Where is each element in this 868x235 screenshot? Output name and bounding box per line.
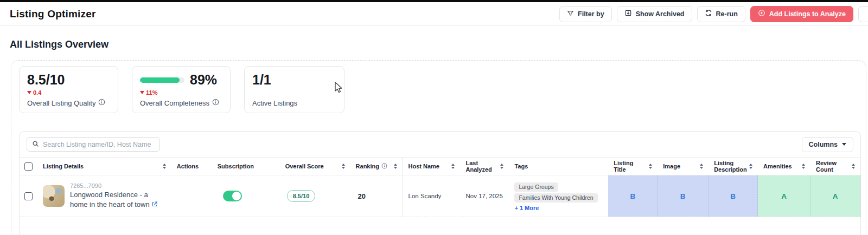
completeness-progress-track bbox=[140, 77, 184, 83]
subscription-toggle[interactable] bbox=[223, 191, 242, 201]
page-title: Listing Optimizer bbox=[10, 8, 96, 20]
tag-pill: Large Groups bbox=[514, 182, 558, 192]
sort-icon[interactable] bbox=[451, 164, 455, 169]
active-listings-value: 1/1 bbox=[252, 73, 336, 88]
subscription-cell bbox=[212, 175, 280, 217]
listing-details-cell: 7265...7090 Longwood Residence - a home … bbox=[37, 175, 171, 217]
score-badge: 8.5/10 bbox=[287, 190, 316, 202]
down-arrow-icon bbox=[140, 91, 144, 94]
col-listing-title: Listing Title bbox=[608, 158, 658, 175]
overall-score-cell: 8.5/10 bbox=[280, 175, 350, 217]
grade-listing-description: B bbox=[709, 175, 758, 217]
search-icon bbox=[32, 140, 39, 149]
col-review-count: Review Count bbox=[810, 158, 860, 175]
tag-pill: Families With Young Children bbox=[514, 193, 597, 203]
listing-id: 7265...7090 bbox=[70, 182, 166, 189]
active-listings-label: Active Listings bbox=[252, 99, 336, 107]
completeness-value: 89% bbox=[190, 73, 217, 88]
down-arrow-icon bbox=[27, 91, 31, 94]
listings-table-card: Columns Listing Details Actions Subscrip… bbox=[19, 131, 861, 235]
col-amenities: Amenities bbox=[758, 158, 810, 175]
funnel-icon bbox=[567, 10, 574, 18]
col-tags: Tags bbox=[509, 158, 608, 175]
col-subscription: Subscription bbox=[212, 158, 280, 175]
quality-label: Overall Listing Quality bbox=[27, 99, 110, 107]
sort-icon[interactable] bbox=[749, 164, 752, 169]
completeness-row: 89% bbox=[140, 73, 222, 88]
plus-circle-icon bbox=[758, 9, 765, 18]
tags-cell: Large Groups Families With Young Childre… bbox=[509, 175, 608, 217]
quality-value: 8.5/10 bbox=[27, 73, 110, 88]
actions-cell bbox=[171, 175, 212, 217]
select-all-checkbox[interactable] bbox=[24, 162, 33, 171]
ranking-cell: 20 bbox=[350, 175, 403, 217]
sort-icon[interactable] bbox=[649, 164, 652, 169]
host-name-cell: Lon Scandy bbox=[403, 175, 461, 217]
last-analyzed-cell: Nov 17, 2025 bbox=[460, 175, 509, 217]
info-icon[interactable] bbox=[98, 99, 105, 107]
add-listings-button[interactable]: Add Listings to Analyze bbox=[750, 6, 853, 22]
grade-image: B bbox=[658, 175, 709, 217]
sort-icon[interactable] bbox=[500, 164, 503, 169]
sort-icon[interactable] bbox=[342, 164, 345, 169]
more-tags-link[interactable]: + 1 More bbox=[514, 205, 539, 211]
col-overall-score: Overall Score bbox=[280, 158, 350, 175]
refresh-icon bbox=[705, 9, 712, 18]
info-icon[interactable] bbox=[381, 163, 387, 170]
listing-thumbnail[interactable] bbox=[43, 185, 65, 207]
row-select-cell bbox=[20, 175, 37, 217]
quality-delta: 0.4 bbox=[27, 89, 110, 96]
sort-icon[interactable] bbox=[394, 164, 397, 169]
listing-title-link[interactable]: Longwood Residence - a home in the heart… bbox=[70, 190, 166, 210]
header-actions: Filter by Show Archived Re-run Add Listi… bbox=[559, 6, 868, 22]
chevron-down-icon bbox=[842, 143, 846, 146]
row-checkbox[interactable] bbox=[24, 192, 33, 200]
stat-cards: 8.5/10 0.4 Overall Listing Quality 89% 1… bbox=[19, 66, 344, 113]
select-all-cell bbox=[20, 158, 37, 175]
col-listing-description: Listing Description bbox=[709, 158, 758, 175]
section-heading: All Listings Overview bbox=[10, 39, 108, 50]
columns-button[interactable]: Columns bbox=[802, 137, 853, 152]
stat-card-active-listings: 1/1 Active Listings bbox=[244, 66, 344, 113]
completeness-progress-fill bbox=[140, 77, 180, 83]
search-box[interactable] bbox=[27, 137, 160, 152]
col-last-analyzed: Last Analyzed bbox=[460, 158, 509, 175]
completeness-label: Overall Completeness bbox=[140, 99, 222, 107]
grade-review-count: A bbox=[810, 175, 860, 217]
table-row: 7265...7090 Longwood Residence - a home … bbox=[20, 175, 860, 217]
rerun-button[interactable]: Re-run bbox=[697, 6, 745, 22]
mouse-cursor bbox=[335, 82, 343, 96]
archive-icon bbox=[624, 9, 632, 18]
col-host-name: Host Name bbox=[403, 158, 461, 175]
grade-amenities: A bbox=[758, 175, 810, 217]
stat-card-completeness: 89% 11% Overall Completeness bbox=[132, 66, 231, 113]
top-black-bar bbox=[0, 0, 868, 2]
sort-icon[interactable] bbox=[852, 164, 855, 169]
show-archived-button[interactable]: Show Archived bbox=[617, 6, 692, 22]
grade-listing-title: B bbox=[608, 175, 658, 217]
stat-card-listing-quality: 8.5/10 0.4 Overall Listing Quality bbox=[19, 66, 118, 113]
sort-icon[interactable] bbox=[802, 164, 805, 169]
filter-by-button[interactable]: Filter by bbox=[559, 6, 612, 22]
col-ranking: Ranking bbox=[350, 158, 403, 175]
col-image: Image bbox=[658, 158, 709, 175]
sort-icon[interactable] bbox=[700, 164, 703, 169]
table-header-row: Listing Details Actions Subscription Ove… bbox=[20, 157, 860, 175]
external-link-icon[interactable] bbox=[151, 200, 158, 210]
col-actions: Actions bbox=[171, 158, 212, 175]
search-input[interactable] bbox=[43, 141, 155, 148]
info-icon[interactable] bbox=[212, 99, 219, 107]
app-header: Listing Optimizer Filter by Show Archive… bbox=[0, 2, 868, 26]
completeness-delta: 11% bbox=[140, 89, 222, 96]
table-toolbar: Columns bbox=[20, 132, 860, 157]
partial-edge-button[interactable] bbox=[858, 6, 868, 22]
col-listing-details: Listing Details bbox=[37, 158, 171, 175]
sort-icon[interactable] bbox=[163, 164, 166, 169]
